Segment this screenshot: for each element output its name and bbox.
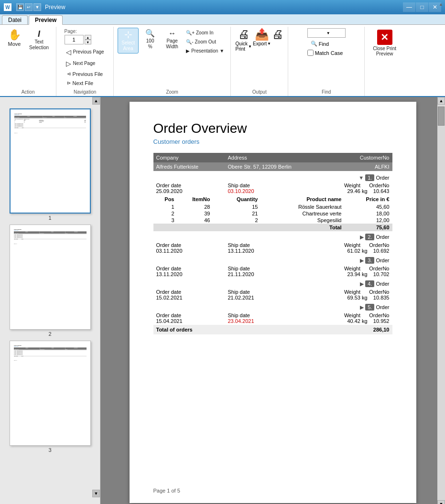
maximize-button[interactable]: □ bbox=[416, 2, 428, 12]
thumbnail-3[interactable]: Order Overview Customer orders CompanyAd… bbox=[10, 341, 91, 453]
order-5-data: Order date15.04.2021 Ship date23.04.2021… bbox=[153, 311, 392, 325]
dropdown-icon[interactable]: ▼ bbox=[33, 3, 41, 11]
order-5-ship-date: Ship date23.04.2021 bbox=[225, 311, 333, 325]
scroll-thumb[interactable] bbox=[438, 107, 445, 126]
text-selection-icon: I bbox=[38, 30, 40, 38]
page-up-arrow[interactable]: ▲ bbox=[85, 35, 91, 40]
find-dropdown[interactable]: ▼ bbox=[307, 28, 346, 38]
item-3-row: 3 46 2 Spegesilid 12,00 bbox=[153, 217, 392, 224]
text-selection-button[interactable]: I TextSelection bbox=[26, 28, 52, 53]
tab-datei[interactable]: Datei bbox=[2, 15, 28, 24]
preview-page: Order Overview Customer orders Company A… bbox=[130, 102, 416, 503]
order-1-ship-date: 03.10.2020 bbox=[228, 188, 254, 194]
order-1-expand-icon[interactable]: ▼ bbox=[358, 175, 364, 181]
scroll-down-button[interactable]: ▼ bbox=[437, 500, 445, 504]
item-1-row: 1 28 15 Rössle Sauerkraut 45,60 bbox=[153, 204, 392, 210]
ribbon-group-output: 🖨 QuickPrint ▼ 📤 Export ▼ 🖨 Output bbox=[231, 27, 288, 96]
match-case-checkbox[interactable] bbox=[307, 50, 314, 56]
order-3-expand-icon[interactable]: ▶ bbox=[360, 257, 364, 263]
undo-icon[interactable]: ↩ bbox=[25, 3, 33, 11]
zoom-in-button[interactable]: 🔍+ Zoom In bbox=[184, 29, 227, 37]
app-logo: W bbox=[4, 3, 11, 11]
quick-print-group[interactable]: 🖨 QuickPrint ▼ bbox=[236, 28, 252, 52]
order-2-expand-icon[interactable]: ▶ bbox=[360, 234, 364, 240]
presentation-icon: ▶ bbox=[186, 48, 190, 54]
page-width-label: PageWidth bbox=[166, 38, 178, 50]
page-down-arrow[interactable]: ▼ bbox=[85, 40, 91, 44]
minimize-button[interactable]: — bbox=[403, 2, 415, 12]
order-4-label: Order bbox=[376, 281, 389, 287]
next-file-button[interactable]: ⊳ Next File bbox=[64, 79, 107, 87]
output-items: 🖨 QuickPrint ▼ 📤 Export ▼ 🖨 bbox=[235, 27, 284, 88]
company-row: Alfreds Futterkiste Obere Str. 57, 12209… bbox=[153, 162, 392, 171]
save-icon[interactable]: 💾 bbox=[16, 3, 24, 11]
zoom-100-button[interactable]: 🔍 100% bbox=[140, 28, 161, 52]
find-btn-row: 🔍 Find bbox=[307, 39, 346, 48]
order-1-header: ▼ 1. Order bbox=[153, 171, 392, 182]
grand-total-label: Total of orders bbox=[153, 325, 333, 334]
order-5-expand-icon[interactable]: ▶ bbox=[360, 304, 364, 310]
thumb-label-3: 3 bbox=[48, 447, 51, 453]
zoom-out-label: Zoom Out bbox=[195, 39, 216, 44]
print-icon: 🖨 bbox=[272, 28, 283, 41]
order-1-order-date-label: Order date25.09.2020 bbox=[153, 182, 225, 195]
ribbon-collapse-icon[interactable]: ▲ bbox=[439, 2, 443, 7]
ribbon-group-navigation: Page: ▲ ▼ ◁ Previous Page ▷ Next Page bbox=[56, 27, 114, 96]
col-customerno: CustomerNo bbox=[333, 153, 392, 162]
export-dropdown[interactable]: ▼ bbox=[267, 42, 271, 46]
select-area-button[interactable]: ⊹ SelectArea bbox=[118, 28, 139, 54]
thumbnail-2[interactable]: Order Overview Customer orders CompanyAd… bbox=[10, 225, 91, 337]
export-group[interactable]: 📤 Export ▼ bbox=[253, 28, 271, 46]
order-1-items-header: Pos ItemNo Quantity Product name Price i… bbox=[153, 195, 392, 231]
thumb-page-1: Order Overview Customer orders CompanyAd… bbox=[10, 108, 91, 214]
order-3-data: Order date13.11.2020 Ship date21.11.2020… bbox=[153, 265, 392, 278]
export-label: Export bbox=[253, 41, 267, 46]
presentation-button[interactable]: ▶ Presentation ▼ bbox=[184, 47, 227, 55]
scroll-track bbox=[437, 105, 445, 500]
find-button[interactable]: 🔍 Find bbox=[307, 39, 332, 48]
grand-total-row: Total of orders 286,10 bbox=[153, 325, 392, 334]
order-4-expand-icon[interactable]: ▶ bbox=[360, 281, 364, 287]
page-width-button[interactable]: ↔ PageWidth bbox=[162, 28, 183, 52]
move-icon: ✋ bbox=[8, 30, 21, 40]
order-5-badge: 5. bbox=[365, 304, 374, 311]
prev-file-label: Previous File bbox=[73, 71, 103, 77]
zoom-out-button[interactable]: 🔍- Zoom Out bbox=[184, 38, 227, 46]
ribbon-group-close: ✕ Close PrintPreview bbox=[365, 27, 404, 96]
next-page-button[interactable]: ▷ Next Page bbox=[64, 58, 107, 69]
ribbon-group-zoom: ⊹ SelectArea 🔍 100% ↔ PageWidth 🔍+ Zoom … bbox=[114, 27, 231, 96]
previous-page-button[interactable]: ◁ Previous Page bbox=[64, 47, 107, 58]
thumb-content-2: Order Overview Customer orders CompanyAd… bbox=[14, 229, 87, 245]
print-group[interactable]: 🖨 bbox=[272, 28, 283, 41]
order-4-weight-orderno: Weight OrderNo69.53 kg 10.835 bbox=[333, 288, 392, 301]
close-print-label: Close PrintPreview bbox=[373, 46, 396, 56]
move-button[interactable]: ✋ Move bbox=[4, 28, 25, 49]
ribbon-group-find: ▼ 🔍 Find Match Case Find bbox=[288, 27, 365, 96]
main-split-pane: ▲ Order Overview Customer orders Company… bbox=[0, 97, 445, 504]
quick-print-dropdown[interactable]: ▼ bbox=[248, 44, 252, 49]
close-print-preview-button[interactable]: ✕ Close PrintPreview bbox=[369, 28, 401, 58]
thumb-scroll-down[interactable]: ▼ bbox=[92, 490, 100, 497]
tab-preview[interactable]: Preview bbox=[29, 15, 63, 25]
thumbnail-1[interactable]: Order Overview Customer orders CompanyAd… bbox=[10, 108, 91, 221]
thumb-scroll-up[interactable]: ▲ bbox=[92, 97, 100, 105]
preview-area: ▲ ▼ Order Overview Customer orders Compa… bbox=[100, 97, 445, 504]
next-file-icon: ⊳ bbox=[67, 80, 71, 86]
order-4-order-date: Order date15.02.2021 bbox=[153, 288, 225, 301]
page-number-input[interactable] bbox=[65, 35, 84, 44]
next-file-label: Next File bbox=[73, 80, 93, 86]
move-label: Move bbox=[8, 41, 21, 47]
zoom-items: ⊹ SelectArea 🔍 100% ↔ PageWidth 🔍+ Zoom … bbox=[117, 27, 228, 88]
match-case-row: Match Case bbox=[307, 50, 346, 56]
find-label: Find bbox=[319, 41, 329, 47]
order-2-ship-date: Ship date13.11.2020 bbox=[225, 241, 333, 255]
find-group-label: Find bbox=[322, 88, 331, 96]
thumb-label-1: 1 bbox=[48, 215, 51, 221]
previous-file-button[interactable]: ⊲ Previous File bbox=[64, 70, 107, 78]
find-input-row: ▼ bbox=[307, 28, 346, 38]
order-5-order-date: Order date15.04.2021 bbox=[153, 311, 225, 325]
ribbon: ✋ Move I TextSelection Action Page: ▲ ▼ bbox=[0, 25, 445, 97]
grand-total-value: 286,10 bbox=[333, 325, 392, 334]
navigation-group-label: Navigation bbox=[74, 88, 96, 96]
scroll-up-button[interactable]: ▲ bbox=[437, 97, 445, 105]
